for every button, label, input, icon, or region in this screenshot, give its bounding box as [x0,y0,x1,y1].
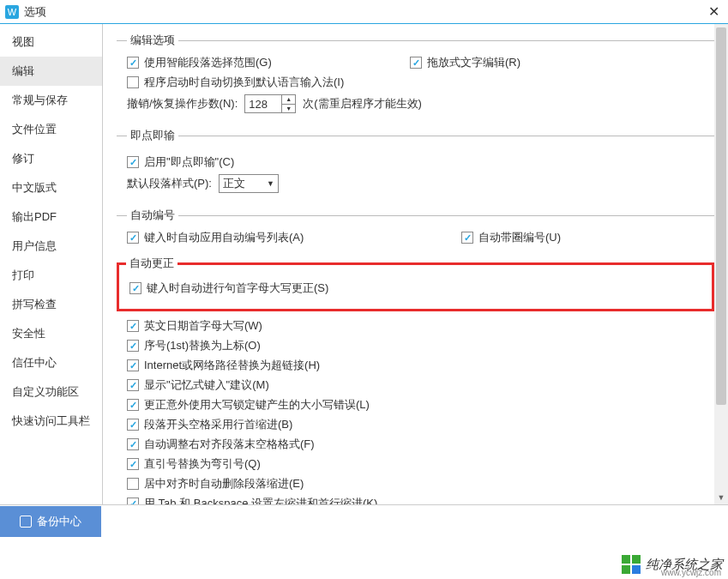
watermark-url: www.ycwjz.com [661,568,721,577]
sidebar-item-trust-center[interactable]: 信任中心 [0,348,102,377]
sidebar-item-edit[interactable]: 编辑 [0,57,102,86]
close-icon[interactable]: ✕ [705,3,723,20]
spinner-icon[interactable]: ▲▼ [281,95,295,112]
checkmark-icon [461,232,473,244]
sidebar-item-quick-access[interactable]: 快速访问工具栏 [0,407,102,436]
group-edit-options: 编辑选项 使用智能段落选择范围(G) 拖放式文字编辑(R) 程序启动时自动切换到… [117,33,714,118]
sidebar-item-view[interactable]: 视图 [0,27,102,57]
sidebar-item-user-info[interactable]: 用户信息 [0,232,102,261]
checkbox-auto-ime[interactable]: 程序启动时自动切换到默认语言输入法(I) [127,75,344,90]
default-style-select[interactable]: 正文 ▼ [219,174,279,193]
checkbox-ordinal[interactable]: 序号(1st)替换为上标(O) [127,338,261,353]
checkbox-memory-type[interactable]: 显示"记忆式键入"建议(M) [127,377,269,393]
checkbox-enable-clicktype[interactable]: 启用"即点即输"(C) [127,154,234,170]
sidebar-item-spellcheck[interactable]: 拼写检查 [0,290,102,319]
group-click-type: 即点即输 启用"即点即输"(C) 默认段落样式(P): 正文 ▼ [117,128,714,197]
sidebar-item-print[interactable]: 打印 [0,261,102,290]
checkmark-icon [127,57,139,69]
checkbox-hyperlink[interactable]: Internet或网络路径替换为超链接(H) [127,358,320,373]
sidebar: 视图 编辑 常规与保存 文件位置 修订 中文版式 输出PDF 用户信息 打印 拼… [0,24,103,504]
sidebar-item-security[interactable]: 安全性 [0,319,102,348]
sidebar-item-revision[interactable]: 修订 [0,144,102,173]
undo-steps-input[interactable]: 128 ▲▼ [244,94,296,113]
checkbox-quotes[interactable]: 直引号替换为弯引号(Q) [127,456,261,472]
app-logo-icon: W [5,5,19,19]
content-panel: 编辑选项 使用智能段落选择范围(G) 拖放式文字编辑(R) 程序启动时自动切换到… [103,24,728,504]
window-title: 选项 [24,4,705,20]
checkmark-icon [127,399,139,411]
chevron-down-icon: ▼ [267,179,274,188]
checkbox-capitalize-first[interactable]: 键入时自动进行句首字母大写更正(S) [129,280,328,296]
checkmark-icon [127,156,139,168]
checkmark-icon [127,458,139,470]
checkmark-icon [127,359,139,371]
sidebar-item-customize-ribbon[interactable]: 自定义功能区 [0,377,102,407]
sidebar-item-general-save[interactable]: 常规与保存 [0,86,102,115]
sidebar-item-file-location[interactable]: 文件位置 [0,115,102,144]
sidebar-item-output-pdf[interactable]: 输出PDF [0,202,102,232]
group-auto-correct-highlighted: 自动更正 键入时自动进行句首字母大写更正(S) [117,256,714,311]
checkmark-icon [127,438,139,450]
group-legend: 自动编号 [127,208,178,223]
group-legend: 自动更正 [126,256,177,271]
checkmark-icon [127,379,139,391]
scroll-down-icon[interactable]: ▼ [714,491,728,504]
scroll-thumb[interactable] [716,27,726,405]
checkbox-auto-number-list[interactable]: 键入时自动应用自动编号列表(A) [127,230,461,245]
checkmark-icon [127,340,139,352]
checkbox-auto-bullet[interactable]: 自动带圈编号(U) [461,230,561,245]
checkbox-tab-indent[interactable]: 用 Tab 和 Backspace 设置左缩进和首行缩进(K) [127,496,377,504]
checkmark-icon [129,282,141,294]
undo-steps-label: 撤销/恢复操作步数(N): [127,96,238,112]
checkbox-center-indent[interactable]: 居中对齐时自动删除段落缩进(E) [127,476,304,492]
sidebar-item-chinese-layout[interactable]: 中文版式 [0,173,102,202]
checkbox-capslock-fix[interactable]: 更正意外使用大写锁定键产生的大小写错误(L) [127,397,370,413]
titlebar: W 选项 ✕ [0,0,728,24]
checkbox-smart-paragraph[interactable]: 使用智能段落选择范围(G) [127,55,410,70]
watermark-logo-icon [622,555,641,574]
group-auto-number: 自动编号 键入时自动应用自动编号列表(A) 自动带圈编号(U) [117,208,714,245]
backup-icon [20,516,32,528]
checkmark-icon [127,419,139,431]
backup-center-button[interactable]: 备份中心 [0,506,101,537]
checkbox-drag-edit[interactable]: 拖放式文字编辑(R) [410,55,520,70]
checkmark-icon [127,498,139,504]
checkbox-cap-days[interactable]: 英文日期首字母大写(W) [127,318,262,334]
group-legend: 编辑选项 [127,33,178,48]
checkbox-icon [127,478,139,490]
checkbox-align-space[interactable]: 自动调整右对齐段落末空格格式(F) [127,437,315,452]
divider [0,504,728,505]
checkmark-icon [127,320,139,332]
group-legend: 即点即输 [127,128,178,143]
default-style-label: 默认段落样式(P): [127,176,212,191]
checkmark-icon [410,57,422,69]
undo-steps-suffix: 次(需重启程序才能生效) [303,96,422,112]
checkbox-first-indent[interactable]: 段落开头空格采用行首缩进(B) [127,417,292,432]
scrollbar[interactable]: ▲ ▼ [714,24,728,504]
checkmark-icon [127,232,139,244]
checkbox-icon [127,76,139,88]
